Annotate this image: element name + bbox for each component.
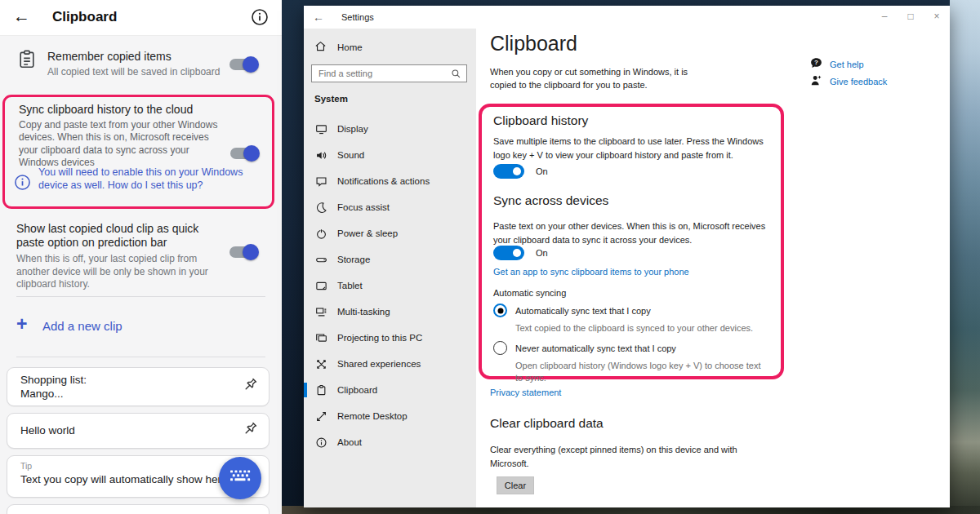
sync-cloud-toggle[interactable] — [230, 148, 258, 159]
shared-experiences-icon — [314, 358, 327, 370]
sidebar-item-home[interactable]: Home — [314, 40, 363, 54]
info-icon — [14, 174, 31, 194]
sync-across-toggle[interactable] — [493, 246, 524, 260]
quick-paste-toggle[interactable] — [229, 246, 257, 258]
clip-card-partial — [7, 504, 270, 514]
maximize-button[interactable]: □ — [898, 6, 924, 27]
windows-settings-window: ← Settings – □ × Home System DisplaySoun… — [304, 6, 950, 507]
quick-paste-title: Show last copied cloud clip as quick pas… — [16, 222, 227, 250]
radio-unselected-icon[interactable] — [493, 341, 507, 355]
sidebar-item-power-sleep[interactable]: Power & sleep — [304, 220, 476, 246]
give-feedback-link[interactable]: Give feedback — [810, 73, 887, 90]
clear-clipboard-heading: Clear clipboard data — [490, 416, 604, 431]
sidebar-item-label: Display — [337, 124, 368, 134]
radio-never-sync[interactable]: Never automatically sync text that I cop… — [493, 341, 676, 355]
quick-paste-body: When this is off, your last copied clip … — [16, 253, 219, 291]
sidebar-item-label: Storage — [337, 255, 370, 264]
sidebar-item-notifications-actions[interactable]: Notifications & actions — [304, 168, 476, 194]
divider — [16, 357, 265, 357]
sidebar-home-label: Home — [337, 42, 363, 52]
sidebar-item-label: Shared experiences — [337, 359, 421, 369]
sidebar-item-shared-experiences[interactable]: Shared experiences — [304, 351, 476, 377]
remember-subtitle: All copied text will be saved in clipboa… — [47, 66, 220, 78]
sidebar-item-label: Remote Desktop — [337, 411, 408, 421]
sidebar-item-label: Sound — [337, 150, 364, 160]
toggle-state-label: On — [536, 166, 548, 176]
get-help-link[interactable]: ? Get help — [810, 56, 887, 73]
search-box — [311, 64, 467, 82]
sidebar-item-projecting-to-this-pc[interactable]: Projecting to this PC — [304, 325, 476, 351]
sidebar-item-remote-desktop[interactable]: Remote Desktop — [304, 403, 476, 429]
help-links: ? Get help Give feedback — [810, 56, 887, 91]
add-new-clip-label: Add a new clip — [42, 319, 122, 333]
add-new-clip-button[interactable]: + Add a new clip — [0, 313, 282, 341]
svg-text:?: ? — [814, 59, 818, 66]
focus-assist-icon — [314, 202, 327, 214]
notifications-icon — [314, 175, 327, 188]
give-feedback-icon — [810, 74, 822, 90]
sync-across-body: Paste text on your other devices. When t… — [493, 219, 768, 246]
clip-card-hello-world[interactable]: Hello world — [7, 413, 270, 449]
sidebar-item-label: Tablet — [337, 281, 363, 290]
close-button[interactable]: × — [924, 6, 950, 27]
sidebar-item-display[interactable]: Display — [304, 116, 476, 142]
remember-toggle[interactable] — [229, 59, 257, 70]
tip-label: Tip — [20, 461, 32, 471]
clip-text-line1: Shopping list: — [20, 374, 87, 386]
sidebar-item-sound[interactable]: Sound — [304, 142, 476, 168]
minimize-button[interactable]: – — [871, 6, 898, 27]
sidebar-item-label: About — [337, 437, 362, 447]
search-icon[interactable] — [451, 69, 461, 79]
clipboard-history-toggle-row: On — [493, 164, 548, 179]
back-arrow-icon[interactable]: ← — [13, 7, 30, 26]
remember-copied-items-row: Remember copied items All copied text wi… — [0, 44, 282, 90]
sidebar-item-tablet[interactable]: Tablet — [304, 273, 476, 299]
settings-sidebar: Home System DisplaySoundNotifications & … — [304, 29, 476, 507]
remember-title: Remember copied items — [47, 50, 172, 63]
phone-header: ← Clipboard — [0, 0, 282, 36]
clip-card-shopping-list[interactable]: Shopping list: Mango... — [7, 367, 270, 406]
sidebar-item-focus-assist[interactable]: Focus assist — [304, 194, 476, 220]
sync-cloud-note-link[interactable]: You will need to enable this on your Win… — [38, 166, 254, 193]
sidebar-item-storage[interactable]: Storage — [304, 246, 476, 273]
projecting-icon — [314, 332, 327, 344]
search-input[interactable] — [312, 69, 451, 78]
clear-button[interactable]: Clear — [497, 476, 534, 494]
radio-auto-sync[interactable]: Automatically sync text that I copy — [493, 304, 651, 317]
give-feedback-label: Give feedback — [830, 77, 887, 86]
get-help-icon: ? — [810, 57, 822, 73]
sync-cloud-highlight-box: Sync clipboard history to the cloud Copy… — [2, 95, 274, 209]
get-help-label: Get help — [830, 60, 864, 69]
divider — [16, 296, 265, 297]
sidebar-item-clipboard[interactable]: Clipboard — [304, 377, 476, 403]
remote-desktop-icon — [314, 410, 327, 423]
multitasking-icon — [314, 306, 327, 318]
radio-auto-sync-label: Automatically sync text that I copy — [515, 306, 651, 316]
info-icon[interactable] — [251, 8, 269, 26]
page-intro: When you copy or cut something in Window… — [490, 66, 715, 92]
sidebar-item-label: Multi-tasking — [337, 307, 390, 317]
clipboard-history-toggle[interactable] — [493, 164, 524, 179]
toggle-state-label: On — [536, 248, 548, 258]
privacy-statement-link[interactable]: Privacy statement — [490, 388, 561, 397]
back-arrow-icon[interactable]: ← — [313, 11, 324, 24]
clip-text: Hello world — [20, 424, 75, 436]
about-icon — [314, 436, 327, 449]
page-title: Clipboard — [490, 32, 577, 55]
keyboard-fab-button[interactable] — [219, 457, 261, 499]
tip-text: Text you copy will automatically show he… — [20, 473, 228, 485]
storage-icon — [314, 254, 327, 266]
wallpaper-right — [950, 0, 980, 514]
pin-icon[interactable] — [241, 376, 259, 397]
sound-icon — [314, 149, 327, 162]
sidebar-item-about[interactable]: About — [304, 429, 476, 455]
pin-icon[interactable] — [241, 420, 259, 441]
phone-clipboard-panel: ← Clipboard Remember copied items All co… — [0, 0, 282, 514]
clipboard-history-heading: Clipboard history — [493, 113, 588, 128]
automatic-syncing-label: Automatic syncing — [493, 288, 566, 298]
sidebar-item-label: Projecting to this PC — [337, 333, 422, 343]
clipboard-icon — [314, 384, 327, 397]
radio-selected-icon[interactable] — [493, 304, 507, 317]
sidebar-item-multi-tasking[interactable]: Multi-tasking — [304, 299, 476, 325]
get-app-link[interactable]: Get an app to sync clipboard items to yo… — [493, 267, 689, 277]
